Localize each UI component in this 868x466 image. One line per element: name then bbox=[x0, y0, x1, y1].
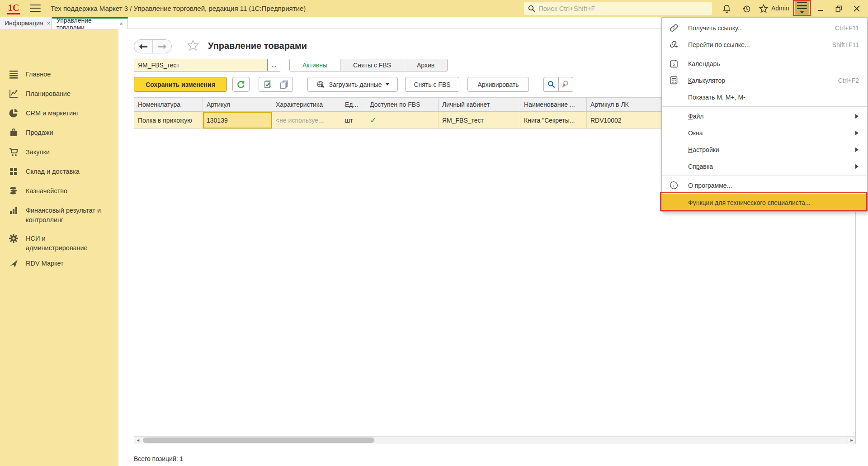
cell-nomenclature[interactable]: Полка в прихожую bbox=[134, 112, 203, 128]
sidebar: Главное Планирование CRM и маркетинг Про… bbox=[0, 29, 118, 466]
archive-button[interactable]: Архивировать bbox=[467, 77, 529, 92]
sidebar-item-main[interactable]: Главное bbox=[0, 69, 118, 80]
menu-item-file[interactable]: Файл bbox=[662, 108, 867, 124]
tab-product-management[interactable]: Управление товарами × bbox=[52, 17, 128, 29]
cell-characteristic[interactable]: <не используе... bbox=[272, 112, 341, 128]
close-tab-icon[interactable]: × bbox=[119, 20, 123, 27]
goto-link-icon bbox=[669, 40, 679, 50]
view-tab-archive[interactable]: Архив bbox=[404, 59, 448, 71]
info-icon: i bbox=[669, 181, 679, 190]
shortcut: Ctrl+F2 bbox=[838, 77, 859, 84]
user-name[interactable]: Admin bbox=[771, 5, 789, 12]
menu-item-settings[interactable]: Настройки bbox=[662, 141, 867, 158]
chevron-down-icon bbox=[800, 11, 804, 15]
cell-cabinet[interactable]: ЯМ_FBS_тест bbox=[439, 112, 520, 128]
search-buttons bbox=[543, 77, 573, 92]
load-data-label: Загрузить данные bbox=[329, 81, 382, 88]
notifications-bell-icon[interactable] bbox=[721, 3, 732, 14]
search-icon bbox=[528, 5, 536, 13]
sidebar-item-purchases[interactable]: Закупки bbox=[0, 147, 118, 157]
global-search[interactable] bbox=[524, 2, 712, 15]
sidebar-item-crm[interactable]: CRM и маркетинг bbox=[0, 108, 118, 119]
close-tab-icon[interactable]: × bbox=[47, 20, 51, 27]
sidebar-item-sales[interactable]: Продажи bbox=[0, 127, 118, 138]
svg-text:5: 5 bbox=[673, 62, 675, 67]
dropdown-caret-icon bbox=[386, 83, 389, 87]
status-value: 1 bbox=[180, 455, 184, 462]
refresh-button[interactable] bbox=[232, 77, 250, 92]
check-icon: ✓ bbox=[370, 115, 377, 125]
tab-information[interactable]: Информация × bbox=[0, 17, 52, 29]
column-header[interactable]: Личный кабинет bbox=[439, 98, 520, 111]
status-bar: Всего позиций: 1 bbox=[134, 455, 183, 462]
global-search-input[interactable] bbox=[538, 5, 701, 12]
menu-separator bbox=[662, 54, 867, 54]
menu-item-tech-functions[interactable]: Функции для технического специалиста... bbox=[662, 194, 867, 211]
scroll-left-icon[interactable]: ◄ bbox=[134, 437, 142, 444]
column-header[interactable]: Номенклатура bbox=[134, 98, 203, 111]
sidebar-item-label: Склад и доставка bbox=[26, 166, 80, 176]
minimize-button[interactable] bbox=[814, 2, 827, 15]
page-favorite-star-icon[interactable] bbox=[186, 39, 200, 52]
restore-button[interactable] bbox=[832, 2, 845, 15]
save-changes-button[interactable]: Сохранить изменения bbox=[134, 77, 227, 92]
remove-fbs-button[interactable]: Снять с FBS bbox=[405, 77, 459, 92]
menu-item-show-m[interactable]: Показать М, М+, М- bbox=[662, 89, 867, 105]
check-pages-icon bbox=[263, 80, 273, 90]
menu-item-about[interactable]: i О программе... bbox=[662, 177, 867, 194]
cell-unit[interactable]: шт bbox=[341, 112, 366, 128]
cabinet-filter-input[interactable] bbox=[134, 59, 268, 71]
shopping-cart-icon bbox=[8, 147, 19, 157]
menu-item-calendar[interactable]: 5 Календарь bbox=[662, 55, 867, 72]
column-header[interactable]: Артикул bbox=[203, 98, 272, 111]
main-menu-icon[interactable] bbox=[30, 5, 41, 13]
close-button[interactable] bbox=[850, 2, 863, 15]
forward-button[interactable] bbox=[153, 40, 171, 53]
cell-fbs-available[interactable]: ✓ bbox=[366, 112, 439, 128]
cell-name[interactable]: Книга "Секреты... bbox=[520, 112, 587, 128]
submenu-arrow-icon bbox=[855, 131, 861, 135]
service-menu: Получить ссылку... Ctrl+F11 Перейти по с… bbox=[661, 17, 868, 212]
horizontal-scrollbar[interactable]: ◄ ► bbox=[134, 436, 855, 444]
copy-pages-icon bbox=[279, 80, 289, 90]
link-icon bbox=[669, 23, 679, 33]
cancel-search-button[interactable] bbox=[558, 77, 573, 92]
sidebar-item-label: Казначейство bbox=[26, 185, 67, 196]
favorites-star-icon[interactable] bbox=[758, 3, 769, 14]
menu-item-get-link[interactable]: Получить ссылку... Ctrl+F11 bbox=[662, 19, 867, 36]
menu-item-calculator[interactable]: Калькулятор Ctrl+F2 bbox=[662, 72, 867, 89]
menu-item-go-to-link[interactable]: Перейти по ссылке... Shift+F11 bbox=[662, 36, 867, 53]
table-search-button[interactable] bbox=[543, 77, 558, 92]
back-button[interactable] bbox=[134, 40, 153, 53]
sidebar-item-rdv-market[interactable]: RDV Маркет bbox=[0, 258, 118, 269]
scroll-right-icon[interactable]: ► bbox=[848, 437, 855, 444]
menu-item-windows[interactable]: Окна bbox=[662, 124, 867, 141]
sidebar-item-label: Финансовый результат и контроллинг bbox=[26, 205, 101, 225]
sidebar-item-label: Закупки bbox=[26, 147, 50, 157]
app-window: 1С Тех поддержка Маркет 3 / Управление т… bbox=[0, 0, 868, 466]
gear-icon bbox=[8, 233, 19, 244]
bar-chart-icon bbox=[8, 205, 19, 216]
sidebar-item-treasury[interactable]: Казначейство bbox=[0, 185, 118, 196]
select-all-button[interactable] bbox=[259, 77, 276, 92]
cell-article-edited[interactable]: 130139 bbox=[203, 112, 272, 128]
service-menu-button[interactable] bbox=[795, 1, 809, 15]
sidebar-item-label: НСИ и администрирование bbox=[26, 233, 88, 253]
view-tab-active[interactable]: Активны bbox=[289, 59, 340, 71]
sidebar-item-financial-result[interactable]: Финансовый результат и контроллинг bbox=[0, 205, 118, 225]
view-tab-removed-fbs[interactable]: Сняты с FBS bbox=[340, 59, 404, 71]
column-header[interactable]: Доступен по FBS bbox=[366, 98, 439, 111]
column-header[interactable]: Наименование ... bbox=[520, 98, 587, 111]
load-data-button[interactable]: Загрузить данные bbox=[307, 77, 398, 92]
clear-selection-button[interactable] bbox=[276, 77, 293, 92]
sidebar-item-nsi-admin[interactable]: НСИ и администрирование bbox=[0, 233, 118, 253]
history-icon[interactable] bbox=[741, 3, 752, 14]
filter-more-button[interactable]: ... bbox=[268, 59, 280, 71]
column-header[interactable]: Ед... bbox=[341, 98, 366, 111]
shopping-bag-icon bbox=[8, 127, 19, 138]
menu-item-help[interactable]: Справка bbox=[662, 158, 867, 175]
sidebar-item-planning[interactable]: Планирование bbox=[0, 88, 118, 99]
column-header[interactable]: Характеристика bbox=[272, 98, 341, 111]
sidebar-item-warehouse[interactable]: Склад и доставка bbox=[0, 166, 118, 177]
scrollbar-thumb[interactable] bbox=[143, 437, 374, 443]
